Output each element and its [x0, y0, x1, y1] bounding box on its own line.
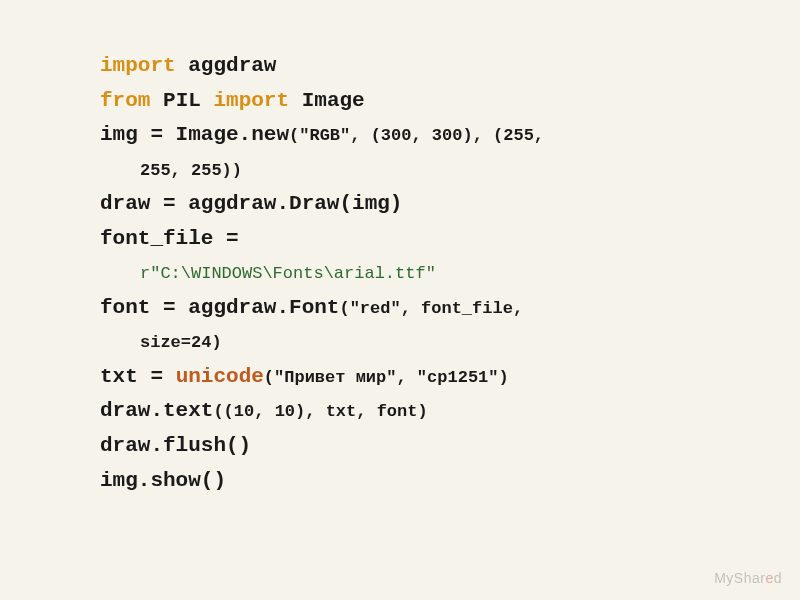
import-name: Image	[302, 89, 365, 112]
statement: draw.flush()	[100, 434, 251, 457]
call-args: ((10, 10), txt, font)	[213, 402, 427, 421]
assignment: font_file =	[100, 227, 239, 250]
assignment: img = Image.new	[100, 123, 289, 146]
watermark-text-a: MyShar	[714, 570, 765, 586]
statement: img.show()	[100, 469, 226, 492]
code-line-6: font = aggdraw.Font("red", font_file,	[100, 292, 730, 325]
code-line-5: font_file =	[100, 223, 730, 256]
code-line-7: txt = unicode("Привет мир", "cp1251")	[100, 361, 730, 394]
call-args: ("RGB", (300, 300), (255,	[289, 126, 544, 145]
code-line-3-cont: 255, 255))	[100, 154, 730, 187]
watermark-text-c: d	[774, 570, 782, 586]
code-line-4: draw = aggdraw.Draw(img)	[100, 188, 730, 221]
code-line-9: draw.flush()	[100, 430, 730, 463]
code-line-10: img.show()	[100, 465, 730, 498]
call-args: ("Привет мир", "cp1251")	[264, 368, 509, 387]
assignment: font = aggdraw.Font	[100, 296, 339, 319]
string-literal: r"C:\WINDOWS\Fonts\arial.ttf"	[140, 264, 436, 283]
assignment: txt =	[100, 365, 176, 388]
slide: import aggdraw from PIL import Image img…	[0, 0, 800, 600]
keyword-import: import	[213, 89, 289, 112]
code-line-1: import aggdraw	[100, 50, 730, 83]
code-line-5-cont: r"C:\WINDOWS\Fonts\arial.ttf"	[100, 257, 730, 290]
code-line-6-cont: size=24)	[100, 326, 730, 359]
method-call: draw.text	[100, 399, 213, 422]
watermark: MyShared	[714, 570, 782, 586]
module-name: aggdraw	[188, 54, 276, 77]
builtin-unicode: unicode	[176, 365, 264, 388]
statement: draw = aggdraw.Draw(img)	[100, 192, 402, 215]
code-line-2: from PIL import Image	[100, 85, 730, 118]
keyword-from: from	[100, 89, 150, 112]
watermark-text-b: e	[765, 570, 773, 586]
call-args: ("red", font_file,	[339, 299, 523, 318]
call-args-cont: 255, 255))	[140, 161, 242, 180]
code-line-8: draw.text((10, 10), txt, font)	[100, 395, 730, 428]
keyword-import: import	[100, 54, 176, 77]
call-args-cont: size=24)	[140, 333, 222, 352]
module-name: PIL	[163, 89, 201, 112]
code-block: import aggdraw from PIL import Image img…	[100, 50, 730, 497]
code-line-3: img = Image.new("RGB", (300, 300), (255,	[100, 119, 730, 152]
